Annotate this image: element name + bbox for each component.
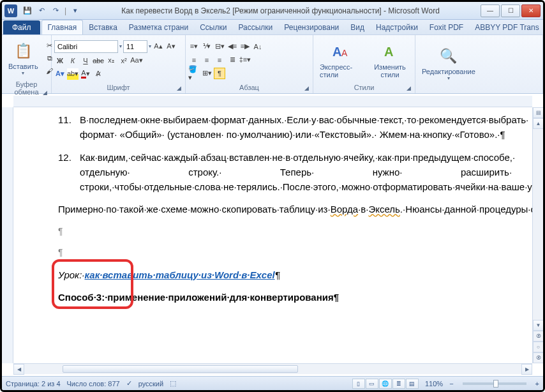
italic-icon[interactable]: К — [67, 55, 78, 66]
shrink-font-icon[interactable]: A▾ — [165, 41, 177, 52]
group-styles-label: Стили◢ — [316, 83, 412, 92]
bold-icon[interactable]: Ж — [54, 55, 66, 66]
tab-file[interactable]: Файл — [3, 20, 40, 34]
bullets-icon[interactable]: ≡▾ — [188, 41, 200, 52]
justify-icon[interactable]: ≣ — [227, 54, 238, 66]
align-right-icon[interactable]: ≡ — [214, 54, 225, 66]
multilevel-icon[interactable]: ⊟▾ — [214, 41, 225, 52]
undo-icon[interactable]: ↶ — [35, 4, 48, 17]
horizontal-scrollbar[interactable]: ◀ ▶ — [13, 363, 532, 374]
font-name-combo[interactable] — [54, 40, 118, 53]
superscript-icon[interactable]: x² — [118, 55, 130, 66]
tab-abbyy[interactable]: ABBYY PDF Trans — [469, 20, 544, 34]
horizontal-ruler[interactable] — [13, 96, 532, 107]
word-count[interactable]: Число слов: 877 — [67, 380, 120, 388]
change-case-icon[interactable]: Aa▾ — [131, 55, 142, 66]
text-effects-icon[interactable]: A▾ — [54, 68, 66, 80]
scroll-down-icon[interactable]: ▼ — [533, 320, 544, 331]
paste-button[interactable]: 📋 Вставить ▾ — [4, 36, 42, 80]
tab-home[interactable]: Главная — [41, 20, 84, 34]
fullscreen-view[interactable]: ▭ — [366, 379, 378, 389]
shading-icon[interactable]: 🪣▾ — [188, 68, 200, 79]
minimize-button[interactable]: — — [481, 4, 500, 17]
tab-layout[interactable]: Разметка страни — [123, 20, 194, 34]
font-dialog-launcher[interactable]: ◢ — [177, 85, 181, 91]
language-status[interactable]: русский — [138, 380, 163, 388]
clipboard-dialog-launcher[interactable]: ◢ — [43, 89, 47, 96]
tab-foxit[interactable]: Foxit PDF — [424, 20, 469, 34]
status-bar: Страница: 2 из 4 Число слов: 877 ✓ русск… — [2, 376, 543, 390]
next-page-icon[interactable]: ⦿ — [533, 352, 544, 363]
proofing-icon[interactable]: ✓ — [126, 379, 132, 388]
save-icon[interactable]: 💾 — [21, 4, 34, 17]
title-bar: W 💾 ↶ ↷ | ▾ Как перевести Ворд в Эксель2… — [2, 2, 543, 20]
tab-mailings[interactable]: Рассылки — [232, 20, 278, 34]
group-clipboard: 📋 Вставить ▾ ✂ ⧉ 🖌 Буфер обмена◢ — [2, 35, 52, 93]
underline-icon[interactable]: Ч — [80, 55, 91, 66]
page-status[interactable]: Страница: 2 из 4 — [6, 380, 61, 388]
group-styles: AA Экспресс-стили A Изменить стили Стили… — [313, 35, 415, 93]
subscript-icon[interactable]: x₂ — [105, 55, 117, 66]
quick-styles-icon: AA — [331, 41, 351, 62]
draft-view[interactable]: ▤ — [406, 379, 419, 389]
tab-references[interactable]: Ссылки — [194, 20, 232, 34]
vscroll-track[interactable] — [533, 129, 543, 320]
borders-icon[interactable]: ⊞▾ — [201, 68, 213, 79]
lesson-link[interactable]: как·вставить·таблицу·из·Word·в·Excel — [85, 269, 275, 280]
paragraph-dialog-launcher[interactable]: ◢ — [304, 85, 309, 91]
list-number: 12. — [58, 150, 80, 195]
change-styles-button[interactable]: A Изменить стили — [368, 38, 412, 82]
empty-paragraph: ¶ — [58, 225, 514, 239]
maximize-button[interactable]: ☐ — [501, 4, 520, 17]
zoom-level[interactable]: 110% — [425, 380, 443, 388]
hscroll-track[interactable] — [24, 364, 521, 374]
decrease-indent-icon[interactable]: ◀≡ — [227, 41, 238, 52]
browse-object-icon[interactable]: ○ — [533, 342, 544, 352]
print-layout-view[interactable]: ▯ — [352, 379, 365, 389]
clear-format-icon[interactable]: A̷ — [93, 68, 104, 80]
scroll-left-icon[interactable]: ◀ — [13, 364, 24, 375]
tab-addins[interactable]: Надстройки — [370, 20, 424, 34]
increase-indent-icon[interactable]: ≡▶ — [239, 41, 251, 52]
ruler-toggle-icon[interactable]: ▤ — [533, 107, 544, 118]
tab-insert[interactable]: Вставка — [83, 20, 123, 34]
text-run: .·Нюансы·данной·процедуры·описываются·в·… — [400, 204, 532, 215]
zoom-slider[interactable] — [463, 382, 526, 385]
redo-icon[interactable]: ↷ — [49, 4, 62, 17]
strike-icon[interactable]: abc — [93, 55, 104, 66]
numbering-icon[interactable]: ⅟▾ — [201, 41, 213, 52]
document-page[interactable]: 11. В·последнем·окне·выбираем·формат·дан… — [13, 107, 532, 317]
vertical-ruler[interactable] — [2, 107, 13, 363]
close-button[interactable]: ✕ — [521, 4, 541, 17]
zoom-slider-thumb[interactable] — [493, 380, 498, 388]
tab-review[interactable]: Рецензировани — [278, 20, 345, 34]
zoom-in-icon[interactable]: + — [535, 380, 539, 388]
vertical-scrollbar[interactable]: ▤ ▲ ▼ ⦿ ○ ⦿ — [532, 107, 543, 363]
align-center-icon[interactable]: ≡ — [201, 54, 213, 66]
font-size-combo[interactable] — [123, 40, 147, 53]
insert-mode-icon[interactable]: ⬚ — [170, 379, 176, 388]
scroll-right-icon[interactable]: ▶ — [521, 364, 532, 375]
scroll-up-icon[interactable]: ▲ — [533, 118, 544, 129]
prev-page-icon[interactable]: ⦿ — [533, 331, 544, 342]
qat-customize-icon[interactable]: ▾ — [69, 4, 82, 17]
zoom-out-icon[interactable]: − — [449, 380, 453, 388]
editing-button[interactable]: 🔍 Редактирование ▾ — [418, 42, 479, 86]
styles-dialog-launcher[interactable]: ◢ — [407, 85, 411, 91]
outline-view[interactable]: ≣ — [392, 379, 405, 389]
group-paragraph-label: Абзац◢ — [188, 83, 310, 92]
hscroll-thumb[interactable] — [63, 365, 298, 373]
align-left-icon[interactable]: ≡ — [188, 54, 200, 66]
paragraph: Примерно·по·такой·же·схеме·можно·скопиро… — [58, 202, 514, 216]
show-marks-icon[interactable]: ¶ — [214, 68, 225, 79]
lesson-paragraph: Урок:·как·вставить·таблицу·из·Word·в·Exc… — [58, 268, 514, 282]
ribbon-tabs: Файл Главная Вставка Разметка страни Ссы… — [2, 20, 543, 35]
sort-icon[interactable]: A↓ — [252, 41, 264, 52]
font-color-icon[interactable]: A▾ — [80, 68, 91, 80]
quick-styles-button[interactable]: AA Экспресс-стили — [316, 38, 366, 82]
tab-view[interactable]: Вид — [345, 20, 370, 34]
web-view[interactable]: 🌐 — [379, 379, 392, 389]
line-spacing-icon[interactable]: ‡≡▾ — [239, 54, 251, 66]
grow-font-icon[interactable]: A▴ — [153, 41, 164, 52]
highlight-icon[interactable]: ab▾ — [67, 68, 78, 80]
